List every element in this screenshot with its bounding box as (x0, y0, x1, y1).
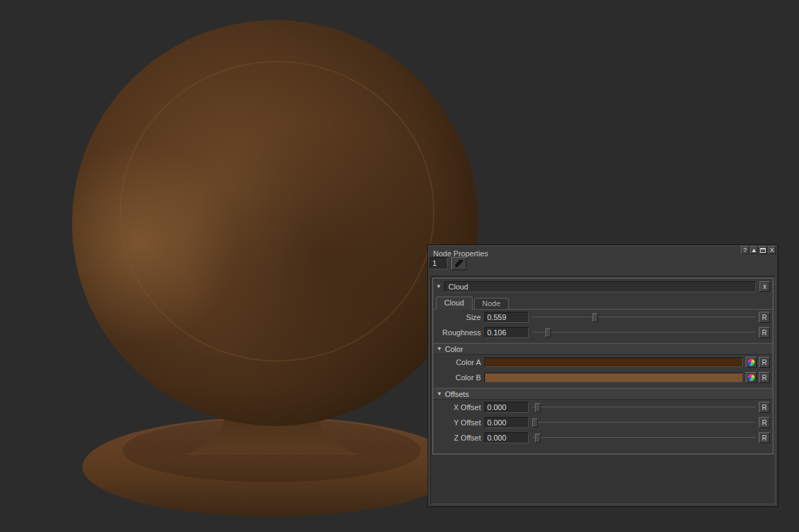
color-wheel-icon (748, 374, 755, 381)
y-offset-input[interactable] (484, 417, 529, 428)
color-a-swatch[interactable] (484, 357, 743, 367)
tab-node[interactable]: Node (474, 298, 509, 309)
node-tool-button[interactable] (451, 257, 466, 270)
cloud-node-frame: ▼ Cloud x Cloud Node Size R Roughnes (432, 278, 773, 454)
node-close-button[interactable]: x (760, 281, 770, 292)
slider-track (532, 332, 755, 332)
slider-track (532, 422, 755, 423)
restore-icon[interactable] (759, 246, 767, 254)
slider-track (532, 317, 755, 317)
offsets-section-header[interactable]: ▼ Offsets (433, 388, 773, 400)
help-icon[interactable]: ? (741, 246, 749, 254)
z-offset-slider[interactable] (532, 432, 755, 443)
x-offset-slider-handle[interactable] (535, 403, 541, 412)
panel-body: ▼ Cloud x Cloud Node Size R Roughnes (430, 276, 775, 504)
slider-track (532, 407, 755, 407)
offsets-section-label: Offsets (445, 390, 469, 398)
size-slider-handle[interactable] (592, 313, 598, 322)
color-a-picker-button[interactable] (746, 357, 757, 368)
window-controls: ? ▲ X (741, 246, 776, 254)
roughness-label: Roughness (436, 328, 484, 337)
roughness-input[interactable] (484, 327, 529, 338)
slider-track (532, 437, 755, 438)
x-offset-input[interactable] (484, 402, 529, 413)
z-offset-slider-handle[interactable] (535, 434, 541, 443)
rollup-icon[interactable]: ▲ (750, 246, 758, 254)
color-b-label: Color B (436, 373, 484, 382)
color-wheel-icon (748, 359, 755, 366)
node-tabs: Cloud Node (433, 296, 773, 310)
color-a-reset-button[interactable]: R (759, 357, 770, 368)
tab-cloud[interactable]: Cloud (436, 296, 473, 310)
z-offset-reset-button[interactable]: R (759, 432, 770, 443)
z-offset-input[interactable] (484, 432, 529, 443)
panel-toolbar (428, 256, 778, 274)
color-section-header[interactable]: ▼ Color (433, 343, 773, 355)
y-offset-slider[interactable] (532, 417, 755, 428)
color-b-row: Color B R (433, 370, 773, 385)
window-titlebar[interactable]: Node Properties ? ▲ X (428, 245, 778, 256)
size-label: Size (436, 313, 484, 321)
color-section-label: Color (445, 345, 463, 353)
y-offset-reset-button[interactable]: R (759, 417, 770, 428)
node-header: ▼ Cloud x (433, 278, 773, 293)
y-offset-row: Y Offset R (433, 415, 773, 430)
param-row-roughness: Roughness R (433, 325, 773, 340)
node-name-box[interactable]: Cloud (444, 281, 756, 292)
y-offset-slider-handle[interactable] (532, 418, 538, 427)
node-tool-icon (455, 260, 463, 267)
roughness-slider-handle[interactable] (545, 328, 551, 337)
size-input[interactable] (484, 312, 529, 323)
node-properties-window: Node Properties ? ▲ X ▼ Cloud x Cloud No… (428, 245, 778, 507)
roughness-slider[interactable] (532, 327, 755, 338)
color-b-reset-button[interactable]: R (759, 372, 770, 383)
x-offset-reset-button[interactable]: R (759, 402, 770, 413)
close-icon[interactable]: X (768, 246, 776, 254)
y-offset-label: Y Offset (436, 418, 484, 427)
color-b-picker-button[interactable] (746, 372, 757, 383)
color-a-row: Color A R (433, 355, 773, 370)
x-offset-row: X Offset R (433, 400, 773, 415)
restore-glyph-icon (760, 248, 766, 253)
x-offset-label: X Offset (436, 403, 484, 411)
size-reset-button[interactable]: R (759, 312, 770, 323)
roughness-reset-button[interactable]: R (759, 327, 770, 338)
z-offset-label: Z Offset (436, 434, 484, 442)
node-collapse-icon[interactable]: ▼ (436, 283, 444, 290)
color-b-swatch[interactable] (484, 373, 743, 382)
param-row-size: Size R (433, 310, 773, 325)
color-collapse-icon[interactable]: ▼ (437, 346, 445, 352)
offsets-collapse-icon[interactable]: ▼ (437, 391, 445, 397)
x-offset-slider[interactable] (532, 402, 755, 413)
node-index-input[interactable] (430, 257, 448, 269)
color-a-label: Color A (436, 358, 484, 366)
size-slider[interactable] (532, 312, 755, 323)
z-offset-row: Z Offset R (433, 430, 773, 445)
application-screen: { "window": { "title": "Node Properties"… (0, 0, 799, 532)
